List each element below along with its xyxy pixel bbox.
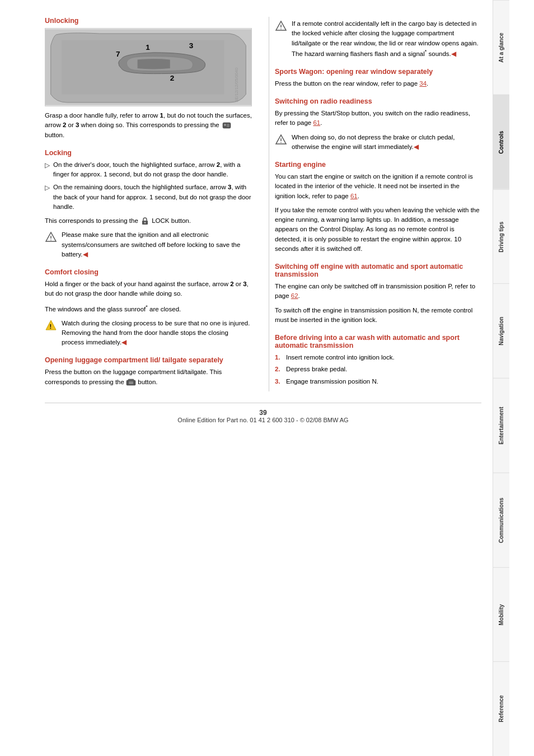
page-ref-61a[interactable]: 61 xyxy=(313,119,320,126)
starting-engine-body2: If you take the remote control with you … xyxy=(275,206,481,254)
page-ref-34[interactable]: 34 xyxy=(419,80,427,87)
radio-note-box: When doing so, do not depress the brake … xyxy=(275,133,481,152)
starting-engine-heading: Starting engine xyxy=(275,161,481,169)
svg-rect-10 xyxy=(144,222,146,223)
car-wash-item-2: 2. Depress brake pedal. xyxy=(275,365,481,374)
svg-point-13 xyxy=(50,240,51,241)
luggage-heading: Opening luggage compartment lid/ tailgat… xyxy=(45,356,252,364)
svg-point-24 xyxy=(280,142,282,143)
svg-text:!: ! xyxy=(50,323,52,330)
list-num-3: 3. xyxy=(275,377,283,386)
svg-text:3: 3 xyxy=(189,41,194,50)
svg-point-7 xyxy=(224,124,226,126)
sidebar-tab-navigation[interactable]: Navigation xyxy=(493,283,509,378)
list-num-1: 1. xyxy=(275,353,283,362)
arrow-icon-2: ▷ xyxy=(45,183,50,193)
comfort-closing-heading: Comfort closing xyxy=(45,268,252,276)
list-num-2: 2. xyxy=(275,365,283,374)
svg-text:2: 2 xyxy=(170,74,175,82)
remote-note-text: If a remote control accidentally left in… xyxy=(292,19,481,59)
remote-note-box: If a remote control accidentally left in… xyxy=(275,19,481,59)
locking-note-text: Please make sure that the ignition and a… xyxy=(62,230,252,259)
comfort-closing-body1: Hold a finger or the back of your hand a… xyxy=(45,279,252,299)
luggage-button-icon xyxy=(126,379,136,386)
svg-text:7: 7 xyxy=(116,50,120,58)
switching-off-heading: Switching off engine with automatic and … xyxy=(275,263,481,278)
warning-box: ! Watch during the closing process to be… xyxy=(45,319,252,348)
right-sidebar: At a glance Controls Driving tips Naviga… xyxy=(493,0,509,756)
svg-text:SE/12/12/05/0040: SE/12/12/05/0040 xyxy=(234,68,239,102)
sports-wagon-heading: Sports Wagon: opening rear window separa… xyxy=(275,68,481,76)
svg-rect-8 xyxy=(227,124,229,127)
locking-heading: Locking xyxy=(45,149,252,157)
comfort-closing-body2: The windows and the glass sunroof* are c… xyxy=(45,304,252,314)
remote-icon xyxy=(222,122,231,129)
radio-note-text: When doing so, do not depress the brake … xyxy=(292,133,481,152)
lock-icon xyxy=(141,217,149,225)
page-number: 39 xyxy=(259,409,266,417)
locking-item-1: ▷ On the driver's door, touch the highli… xyxy=(45,160,252,180)
arrow-icon-1: ▷ xyxy=(45,161,50,170)
unlocking-heading: Unlocking xyxy=(45,17,252,25)
page-ref-62[interactable]: 62 xyxy=(291,292,298,299)
note-triangle-icon xyxy=(45,231,57,243)
remote-note-triangle-icon xyxy=(275,20,287,32)
svg-rect-18 xyxy=(129,381,133,384)
left-column: Unlocking xyxy=(45,17,257,391)
warning-triangle-icon: ! xyxy=(45,319,57,332)
switching-off-body1: The engine can only be switched off in t… xyxy=(275,282,481,301)
sidebar-tab-entertainment[interactable]: Entertainment xyxy=(493,378,509,473)
switching-off-body2: To switch off the engine in transmission… xyxy=(275,306,481,325)
sports-wagon-body: Press the button on the rear window, ref… xyxy=(275,79,481,88)
sidebar-tab-mobility[interactable]: Mobility xyxy=(493,567,509,662)
locking-body: This corresponds to pressing the LOCK bu… xyxy=(45,216,252,226)
page-ref-61b[interactable]: 61 xyxy=(350,193,358,199)
car-wash-list: 1. Insert remote control into ignition l… xyxy=(275,353,481,386)
car-image: 1 7 3 2 SE/12/12/05/0040 xyxy=(45,28,252,106)
svg-text:1: 1 xyxy=(146,43,150,52)
radio-readiness-heading: Switching on radio readiness xyxy=(275,97,481,105)
locking-note-box: Please make sure that the ignition and a… xyxy=(45,230,252,259)
right-column: If a remote control accidentally left in… xyxy=(269,17,481,391)
starting-engine-body1: You can start the engine or switch on th… xyxy=(275,172,481,201)
radio-note-triangle-icon xyxy=(275,133,287,146)
luggage-body: Press the button on the luggage compartm… xyxy=(45,367,252,387)
locking-list: ▷ On the driver's door, touch the highli… xyxy=(45,160,252,212)
page-footer: 39 Online Edition for Part no. 01 41 2 6… xyxy=(45,403,481,423)
svg-rect-17 xyxy=(128,379,134,381)
sidebar-tab-reference[interactable]: Reference xyxy=(493,661,509,756)
sidebar-tab-driving-tips[interactable]: Driving tips xyxy=(493,189,509,284)
locking-item-2: ▷ On the remaining doors, touch the high… xyxy=(45,183,252,212)
car-wash-item-3: 3. Engage transmission position N. xyxy=(275,377,481,386)
svg-point-21 xyxy=(280,29,282,30)
radio-readiness-body: By pressing the Start/Stop button, you s… xyxy=(275,109,481,128)
warning-text: Watch during the closing process to be s… xyxy=(62,319,252,348)
unlocking-body: Grasp a door handle fully, refer to arro… xyxy=(45,111,252,140)
car-wash-heading: Before driving into a car wash with auto… xyxy=(275,334,481,349)
footer-text: Online Edition for Part no. 01 41 2 600 … xyxy=(177,417,348,423)
sidebar-tab-controls[interactable]: Controls xyxy=(493,95,509,189)
sidebar-tab-communications[interactable]: Communications xyxy=(493,473,509,567)
car-wash-item-1: 1. Insert remote control into ignition l… xyxy=(275,353,481,362)
sidebar-tab-at-a-glance[interactable]: At a glance xyxy=(493,0,509,95)
